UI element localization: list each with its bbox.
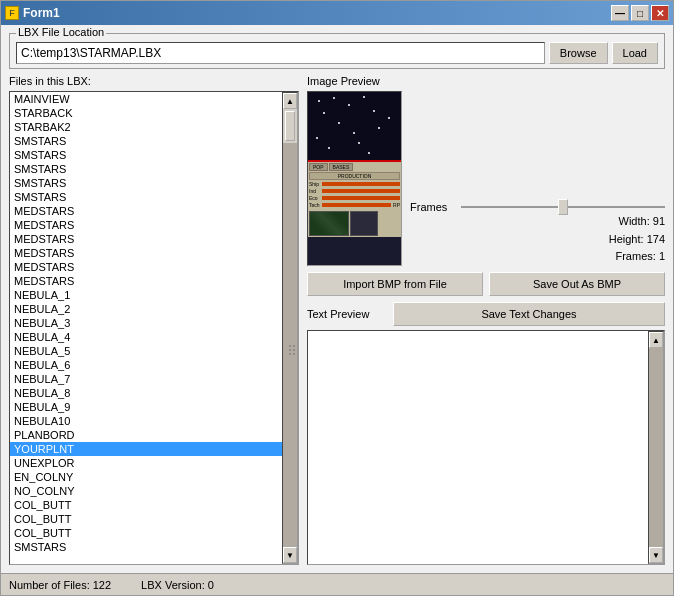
tech-bar (322, 203, 391, 207)
preview-bottom (309, 211, 400, 236)
frames-and-dims: Frames Width: 91 Height: 174 (410, 91, 665, 266)
lbx-version-status: LBX Version: 0 (141, 579, 214, 591)
save-bmp-button[interactable]: Save Out As BMP (489, 272, 665, 296)
file-path-input[interactable] (16, 42, 545, 64)
list-item[interactable]: COL_BUTT (10, 526, 282, 540)
file-list[interactable]: MAINVIEWSTARBACKSTARBAK2SMSTARSSMSTARSSM… (10, 92, 282, 564)
preview-starfield (308, 92, 401, 162)
list-item[interactable]: UNEXPLOR (10, 456, 282, 470)
text-area[interactable] (308, 331, 648, 564)
preview-grid (309, 211, 349, 236)
ind-label: Ind (309, 188, 321, 194)
file-list-container: MAINVIEWSTARBACKSTARBAK2SMSTARSSMSTARSSM… (9, 91, 299, 565)
list-item[interactable]: MEDSTARS (10, 232, 282, 246)
num-files-status: Number of Files: 122 (9, 579, 111, 591)
ind-bar (322, 189, 400, 193)
scroll-up-button[interactable]: ▲ (283, 93, 297, 109)
save-text-button[interactable]: Save Text Changes (393, 302, 665, 326)
preview-and-controls: POP BASES PRODUCTION Ship Ind (307, 91, 665, 266)
list-item[interactable]: STARBAK2 (10, 120, 282, 134)
scroll-dots (289, 345, 295, 355)
window-title: Form1 (23, 6, 60, 20)
text-preview-box[interactable]: ▲ ▼ (307, 330, 665, 565)
list-item[interactable]: MEDSTARS (10, 218, 282, 232)
file-list-scrollbar[interactable]: ▲ ▼ (282, 92, 298, 564)
status-bar: Number of Files: 122 LBX Version: 0 (1, 573, 673, 595)
dims-info: Width: 91 Height: 174 Frames: 1 (410, 213, 665, 266)
list-item[interactable]: MAINVIEW (10, 92, 282, 106)
frames-row: Frames (410, 201, 665, 213)
lbx-location-label: LBX File Location (16, 26, 106, 38)
list-item[interactable]: NEBULA10 (10, 414, 282, 428)
list-item[interactable]: SMSTARS (10, 134, 282, 148)
list-item[interactable]: MEDSTARS (10, 246, 282, 260)
list-item[interactable]: COL_BUTT (10, 512, 282, 526)
list-item[interactable]: SMSTARS (10, 540, 282, 554)
list-item[interactable]: PLANBORD (10, 428, 282, 442)
pop-tab: POP (309, 163, 328, 171)
slider-container[interactable] (461, 206, 665, 208)
import-bmp-button[interactable]: Import BMP from File (307, 272, 483, 296)
preview-tabs: POP BASES (309, 163, 400, 171)
list-item[interactable]: MEDSTARS (10, 260, 282, 274)
text-preview-label: Text Preview (307, 308, 387, 320)
list-item[interactable]: NEBULA_7 (10, 372, 282, 386)
list-item[interactable]: NEBULA_3 (10, 316, 282, 330)
list-item[interactable]: STARBACK (10, 106, 282, 120)
file-path-row: Browse Load (16, 42, 658, 64)
window-icon: F (5, 6, 19, 20)
scroll-thumb[interactable] (285, 111, 295, 141)
action-buttons-row: Import BMP from File Save Out As BMP (307, 272, 665, 296)
frames-slider[interactable] (461, 206, 665, 208)
ship-bar (322, 182, 400, 186)
tech-bar-row: Tech RP (309, 202, 400, 208)
frames-display: Frames: 1 (410, 248, 665, 266)
load-button[interactable]: Load (612, 42, 658, 64)
image-preview-section: Image Preview (307, 75, 665, 266)
text-preview-section: Text Preview Save Text Changes ▲ ▼ (307, 302, 665, 565)
list-item[interactable]: SMSTARS (10, 190, 282, 204)
list-item[interactable]: SMSTARS (10, 162, 282, 176)
maximize-button[interactable]: □ (631, 5, 649, 21)
list-item[interactable]: NEBULA_9 (10, 400, 282, 414)
minimize-button[interactable]: — (611, 5, 629, 21)
frames-label: Frames (410, 201, 455, 213)
list-item[interactable]: NEBULA_5 (10, 344, 282, 358)
scroll-down-button[interactable]: ▼ (283, 547, 297, 563)
list-item[interactable]: NEBULA_8 (10, 386, 282, 400)
ship-bar-row: Ship (309, 181, 400, 187)
browse-button[interactable]: Browse (549, 42, 608, 64)
preview-ui: POP BASES PRODUCTION Ship Ind (308, 162, 401, 237)
text-scroll-down[interactable]: ▼ (649, 547, 663, 563)
rp-label: RP (393, 202, 400, 208)
preview-planet (350, 211, 378, 236)
scroll-area (283, 143, 297, 547)
list-item[interactable]: YOURPLNT (10, 442, 282, 456)
main-window: F Form1 — □ ✕ LBX File Location Browse L… (0, 0, 674, 596)
left-panel: Files in this LBX: MAINVIEWSTARBACKSTARB… (9, 75, 299, 565)
list-item[interactable]: COL_BUTT (10, 498, 282, 512)
list-item[interactable]: MEDSTARS (10, 204, 282, 218)
list-item[interactable]: NEBULA_6 (10, 358, 282, 372)
title-bar-controls: — □ ✕ (611, 5, 669, 21)
close-button[interactable]: ✕ (651, 5, 669, 21)
list-item[interactable]: EN_COLNY (10, 470, 282, 484)
right-panel: Image Preview (307, 75, 665, 565)
list-item[interactable]: MEDSTARS (10, 274, 282, 288)
text-scroll-up[interactable]: ▲ (649, 332, 663, 348)
list-item[interactable]: NEBULA_2 (10, 302, 282, 316)
window-content: LBX File Location Browse Load Files in t… (1, 25, 673, 573)
lbx-location-group: LBX File Location Browse Load (9, 33, 665, 69)
eco-label: Eco (309, 195, 321, 201)
text-preview-scrollbar[interactable]: ▲ ▼ (648, 331, 664, 564)
list-item[interactable]: SMSTARS (10, 176, 282, 190)
image-preview-label: Image Preview (307, 75, 665, 87)
bases-tab: BASES (329, 163, 354, 171)
list-item[interactable]: NEBULA_4 (10, 330, 282, 344)
title-bar: F Form1 — □ ✕ (1, 1, 673, 25)
slider-thumb[interactable] (558, 199, 568, 215)
list-item[interactable]: SMSTARS (10, 148, 282, 162)
list-item[interactable]: NO_COLNY (10, 484, 282, 498)
list-item[interactable]: NEBULA_1 (10, 288, 282, 302)
eco-bar-row: Eco (309, 195, 400, 201)
